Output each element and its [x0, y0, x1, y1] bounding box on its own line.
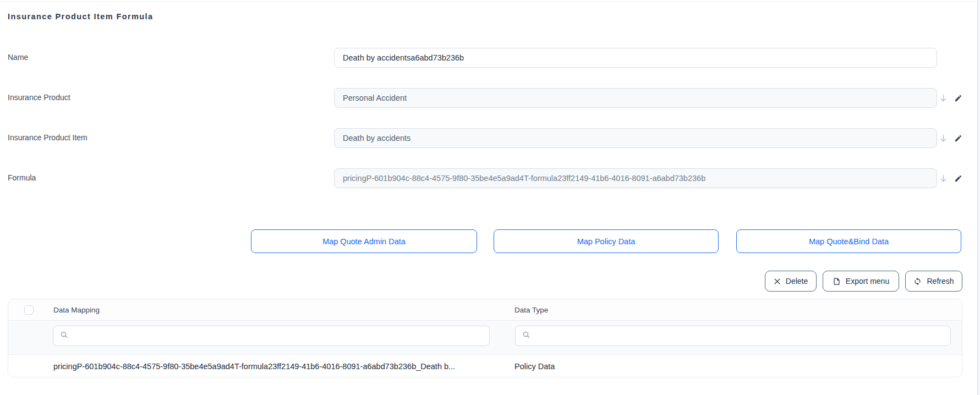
- page-title: Insurance Product Item Formula: [8, 12, 153, 21]
- delete-button[interactable]: Delete: [765, 271, 817, 292]
- map-policy-data-button[interactable]: Map Policy Data: [494, 229, 719, 253]
- data-type-cell: Policy Data: [514, 355, 555, 377]
- arrow-down-icon[interactable]: [938, 93, 948, 103]
- search-icon: [522, 331, 530, 341]
- table-header-row: Data Mapping Data Type: [8, 299, 962, 321]
- insurance-product-item-input: [334, 128, 937, 148]
- insurance-product-picker-actions: [938, 92, 965, 103]
- search-icon: [60, 331, 68, 341]
- insurance-product-item-picker-actions: [938, 133, 965, 144]
- refresh-button-label: Refresh: [927, 277, 954, 286]
- table-filter-row: [8, 321, 962, 355]
- refresh-button[interactable]: Refresh: [905, 271, 962, 292]
- select-all-checkbox[interactable]: [24, 305, 34, 315]
- column-header-data-type: Data Type: [514, 299, 548, 321]
- export-menu-button[interactable]: Export menu: [823, 271, 899, 292]
- scrollbar-track[interactable]: [977, 0, 980, 395]
- data-mapping-table: Data Mapping Data Type pricingP-601b904c…: [8, 299, 962, 377]
- pencil-edit-icon[interactable]: [953, 173, 963, 183]
- arrow-down-icon[interactable]: [938, 173, 948, 183]
- data-mapping-filter: [53, 326, 490, 346]
- export-menu-button-label: Export menu: [846, 277, 889, 286]
- insurance-product-input: [334, 88, 937, 108]
- data-type-filter: [515, 326, 951, 346]
- data-type-filter-input[interactable]: [535, 332, 944, 341]
- pencil-edit-icon[interactable]: [953, 133, 963, 143]
- insurance-product-item-label: Insurance Product Item: [8, 132, 87, 143]
- formula-input: [334, 168, 937, 188]
- data-mapping-filter-input[interactable]: [73, 332, 483, 341]
- refresh-sync-icon: [913, 277, 922, 286]
- column-header-data-mapping: Data Mapping: [53, 299, 100, 321]
- delete-button-label: Delete: [786, 277, 808, 286]
- name-input[interactable]: [334, 48, 937, 68]
- map-quote-bind-data-button[interactable]: Map Quote&Bind Data: [736, 229, 961, 253]
- map-quote-admin-data-button[interactable]: Map Quote Admin Data: [251, 229, 477, 253]
- data-mapping-cell: pricingP-601b904c-88c4-4575-9f80-35be4e5…: [53, 355, 455, 377]
- table-row[interactable]: pricingP-601b904c-88c4-4575-9f80-35be4e5…: [8, 355, 962, 377]
- formula-picker-actions: [938, 173, 965, 184]
- close-x-icon: [774, 278, 781, 285]
- file-document-icon: [833, 277, 841, 286]
- name-label: Name: [8, 52, 28, 63]
- arrow-down-icon[interactable]: [938, 133, 948, 143]
- pencil-edit-icon[interactable]: [953, 93, 963, 103]
- formula-label: Formula: [8, 172, 36, 183]
- insurance-product-label: Insurance Product: [8, 92, 70, 103]
- top-divider: [0, 1, 980, 2]
